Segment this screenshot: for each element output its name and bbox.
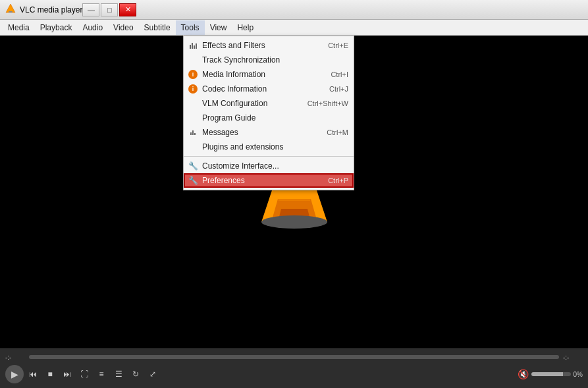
maximize-button[interactable]: □ bbox=[101, 3, 118, 16]
controls-bar: ▶ ⏮ ■ ⏭ ⛶ ≡ ☰ ↻ ⤢ 🔇 0% bbox=[0, 364, 588, 385]
tools-dropdown-menu: Effects and Filters Ctrl+E Track Synchro… bbox=[183, 36, 354, 190]
codec-info-label: Codec Information bbox=[202, 84, 267, 94]
close-button[interactable]: ✕ bbox=[119, 3, 136, 16]
program-guide-label: Program Guide bbox=[202, 113, 255, 123]
effects-filters-label: Effects and Filters bbox=[202, 41, 265, 50]
menu-item-plugins[interactable]: Plugins and extensions bbox=[184, 140, 354, 154]
time-elapsed: -:- bbox=[5, 354, 25, 361]
program-guide-icon bbox=[188, 113, 198, 123]
plugins-label: Plugins and extensions bbox=[202, 142, 283, 152]
preferences-shortcut: Ctrl+P bbox=[328, 177, 348, 184]
customize-icon: 🔧 bbox=[188, 161, 198, 171]
menu-item-preferences[interactable]: 🔧 Preferences Ctrl+P bbox=[184, 173, 354, 188]
menu-item-media-info[interactable]: i Media Information Ctrl+I bbox=[184, 67, 354, 82]
media-info-label: Media Information bbox=[202, 70, 265, 79]
next-button[interactable]: ⏭ bbox=[59, 366, 75, 382]
codec-info-icon: i bbox=[188, 84, 198, 94]
customize-label: Customize Interface... bbox=[202, 161, 279, 171]
menu-video[interactable]: Video bbox=[108, 20, 138, 35]
svg-rect-1 bbox=[9, 11, 13, 13]
menu-audio[interactable]: Audio bbox=[77, 20, 108, 35]
menu-playback[interactable]: Playback bbox=[35, 20, 78, 35]
volume-icon: 🔇 bbox=[518, 369, 529, 379]
play-button[interactable]: ▶ bbox=[5, 365, 24, 383]
loop-button[interactable]: ↻ bbox=[128, 366, 144, 382]
menu-item-program-guide[interactable]: Program Guide bbox=[184, 111, 354, 125]
svg-marker-10 bbox=[277, 196, 311, 201]
window-controls: — □ ✕ bbox=[82, 3, 136, 16]
messages-shortcut: Ctrl+M bbox=[327, 128, 348, 136]
bars-icon bbox=[188, 40, 198, 51]
media-info-icon: i bbox=[188, 69, 198, 80]
menu-item-vlm-config[interactable]: VLM Configuration Ctrl+Shift+W bbox=[184, 96, 354, 111]
status-bar: -:- -:- ▶ ⏮ ■ ⏭ ⛶ ≡ ☰ ↻ ⤢ 🔇 0% bbox=[0, 348, 588, 388]
menu-bar: Media Playback Audio Video Subtitle Tool… bbox=[0, 20, 588, 36]
stop-button[interactable]: ■ bbox=[42, 366, 58, 382]
vlm-config-shortcut: Ctrl+Shift+W bbox=[307, 99, 348, 107]
messages-icon bbox=[188, 127, 198, 138]
app-icon bbox=[5, 3, 16, 16]
vlm-config-label: VLM Configuration bbox=[202, 99, 267, 108]
preferences-icon: 🔧 bbox=[188, 175, 198, 186]
menu-separator bbox=[184, 156, 354, 157]
volume-label: 0% bbox=[574, 371, 583, 378]
extended-button[interactable]: ≡ bbox=[94, 366, 109, 382]
menu-item-effects-filters[interactable]: Effects and Filters Ctrl+E bbox=[184, 38, 354, 53]
menu-item-codec-info[interactable]: i Codec Information Ctrl+J bbox=[184, 82, 354, 96]
time-bar: -:- -:- bbox=[0, 349, 588, 364]
menu-subtitle[interactable]: Subtitle bbox=[139, 20, 176, 35]
menu-item-track-sync[interactable]: Track Synchronization bbox=[184, 53, 354, 67]
minimize-button[interactable]: — bbox=[82, 3, 99, 16]
effects-filters-shortcut: Ctrl+E bbox=[328, 42, 348, 49]
prev-button[interactable]: ⏮ bbox=[25, 366, 41, 382]
playlist-button[interactable]: ☰ bbox=[111, 366, 126, 382]
random-button[interactable]: ⤢ bbox=[145, 366, 161, 382]
menu-help[interactable]: Help bbox=[232, 20, 259, 35]
preferences-label: Preferences bbox=[202, 176, 245, 185]
svg-point-8 bbox=[261, 215, 327, 229]
track-sync-label: Track Synchronization bbox=[202, 55, 280, 65]
menu-item-customize[interactable]: 🔧 Customize Interface... bbox=[184, 159, 354, 173]
messages-label: Messages bbox=[202, 128, 238, 137]
title-bar: VLC media player — □ ✕ bbox=[0, 0, 588, 20]
fullscreen-button[interactable]: ⛶ bbox=[76, 366, 92, 382]
codec-info-shortcut: Ctrl+J bbox=[329, 85, 348, 93]
volume-area: 🔇 0% bbox=[518, 369, 583, 379]
menu-media[interactable]: Media bbox=[3, 20, 35, 35]
menu-view[interactable]: View bbox=[205, 20, 232, 35]
media-info-shortcut: Ctrl+I bbox=[331, 70, 348, 78]
menu-tools[interactable]: Tools bbox=[176, 20, 205, 35]
window-title: VLC media player bbox=[20, 5, 82, 14]
progress-bar[interactable] bbox=[29, 355, 559, 359]
vlm-icon bbox=[188, 98, 198, 109]
time-remaining: -:- bbox=[563, 354, 583, 361]
plugins-icon bbox=[188, 142, 198, 152]
menu-item-messages[interactable]: Messages Ctrl+M bbox=[184, 125, 354, 140]
track-sync-icon bbox=[188, 55, 198, 65]
volume-slider[interactable] bbox=[531, 372, 571, 376]
